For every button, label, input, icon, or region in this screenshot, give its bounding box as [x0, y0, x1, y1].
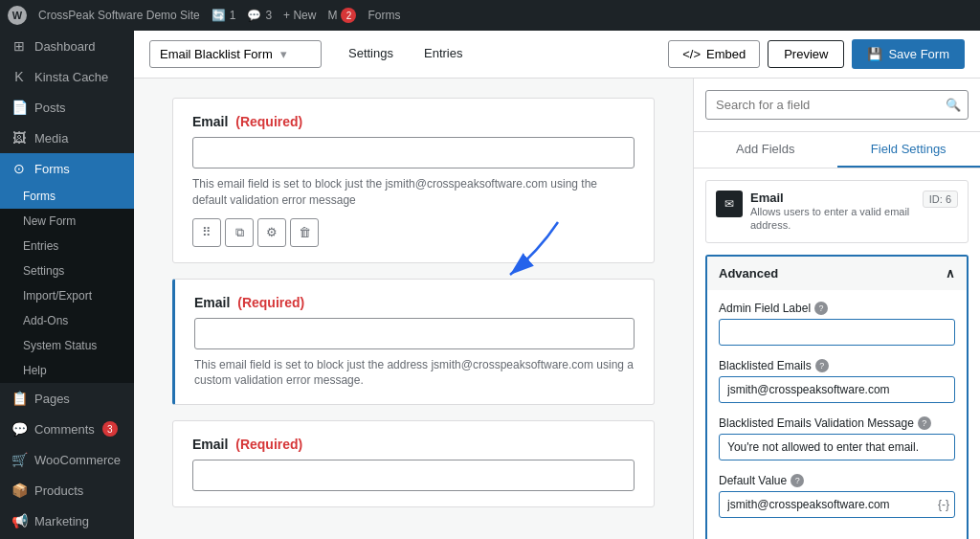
email-card-desc: Allows users to enter a valid email addr… [750, 205, 915, 233]
advanced-body: Admin Field Label ? Blacklisted Emails ? [707, 290, 967, 539]
validation-message-input[interactable] [719, 434, 955, 460]
field-input-3[interactable] [192, 460, 635, 491]
forms-bar-item[interactable]: Forms [368, 9, 400, 22]
sidebar-item-dashboard[interactable]: ⊞ Dashboard [0, 31, 134, 61]
form-name: Email Blacklist Form [160, 47, 273, 61]
setting-blacklisted-validation: Blacklisted Emails Validation Message ? [719, 416, 955, 460]
main-layout: ⊞ Dashboard K Kinsta Cache 📄 Posts 🖼 Med… [0, 31, 980, 539]
sidebar-item-label: WooCommerce [34, 453, 121, 467]
help-icon-default[interactable]: ? [791, 474, 804, 487]
submenu-item-system-status[interactable]: System Status [0, 333, 134, 358]
submenu-item-add-ons[interactable]: Add-Ons [0, 308, 134, 333]
email-card-info: Email Allows users to enter a valid emai… [750, 191, 915, 233]
comments-item[interactable]: 💬 3 [247, 9, 272, 22]
advanced-title: Advanced [719, 266, 778, 281]
submenu-item-forms[interactable]: Forms [0, 184, 134, 209]
sidebar-item-comments[interactable]: 💬 Comments 3 [0, 414, 134, 444]
help-icon-admin[interactable]: ? [814, 302, 828, 315]
field-input-2[interactable] [194, 318, 635, 349]
forms-submenu: Forms New Form Entries Settings Import/E… [0, 184, 134, 383]
sidebar-item-posts[interactable]: 📄 Posts [0, 92, 134, 123]
duplicate-btn[interactable]: ⧉ [225, 218, 254, 247]
form-tabs: Settings Entries [333, 38, 478, 70]
tab-entries[interactable]: Entries [409, 38, 478, 70]
form-canvas: Email (Required) This email field is set… [134, 79, 693, 539]
sidebar-item-forms[interactable]: ⊙ Forms [0, 153, 134, 184]
required-indicator-2: (Required) [237, 295, 304, 310]
delete-btn[interactable]: 🗑 [290, 218, 319, 247]
submenu-label: Forms [23, 190, 56, 203]
blacklisted-emails-input[interactable] [719, 376, 955, 403]
setting-admin-field-label: Admin Field Label ? [719, 302, 955, 346]
panel-content: ✉ Email Allows users to enter a valid em… [694, 168, 980, 539]
submenu-label: New Form [23, 214, 76, 228]
submenu-label: Entries [23, 239, 58, 253]
search-input[interactable] [705, 90, 969, 120]
help-icon-validation[interactable]: ? [918, 416, 931, 430]
new-item[interactable]: + New [283, 9, 316, 22]
advanced-header[interactable]: Advanced ∧ [707, 257, 967, 290]
email-field-icon: ✉ [716, 191, 743, 217]
dashboard-icon: ⊞ [11, 38, 27, 54]
tab-settings[interactable]: Settings [333, 38, 409, 70]
embed-button[interactable]: </> Embed [668, 40, 760, 68]
save-button[interactable]: 💾 Save Form [852, 39, 965, 69]
setting-default-value: Default Value ? {-} [719, 474, 955, 518]
sidebar-item-kinsta[interactable]: K Kinsta Cache [0, 61, 134, 92]
required-indicator-1: (Required) [235, 114, 302, 129]
token-button[interactable]: {-} [938, 498, 949, 511]
settings-btn[interactable]: ⚙ [257, 218, 286, 247]
form-selector-arrow-icon: ▾ [280, 47, 287, 61]
comments-icon: 💬 [11, 421, 27, 437]
updates-item[interactable]: 🔄 1 [212, 9, 236, 22]
move-handle-btn[interactable]: ⠿ [192, 218, 221, 247]
admin-field-label-input[interactable] [719, 319, 955, 346]
setting-label-blacklisted: Blacklisted Emails ? [719, 359, 955, 372]
search-icon[interactable]: 🔍 [946, 98, 961, 112]
tab-add-fields[interactable]: Add Fields [694, 132, 837, 168]
sidebar-item-label: Products [34, 483, 83, 498]
site-name: CrossPeak Software Demo Site [38, 9, 200, 22]
submenu-item-help[interactable]: Help [0, 358, 134, 383]
posts-icon: 📄 [11, 100, 27, 115]
content-area: Email Blacklist Form ▾ Settings Entries … [134, 31, 980, 539]
submenu-label: Import/Export [23, 289, 92, 303]
kinsta-icon: K [11, 69, 27, 84]
setting-label-validation: Blacklisted Emails Validation Message ? [719, 416, 955, 430]
default-value-input[interactable] [719, 491, 955, 518]
submenu-label: Add-Ons [23, 314, 68, 327]
sidebar-item-label: Forms [34, 162, 70, 176]
field-description-2: This email field is set to block just th… [194, 357, 635, 390]
embed-icon: </> [682, 47, 701, 61]
sidebar-item-media[interactable]: 🖼 Media [0, 123, 134, 153]
marketing-icon: 📢 [11, 513, 27, 528]
help-icon-blacklisted[interactable]: ? [815, 359, 829, 372]
submenu-label: Help [23, 364, 47, 377]
sidebar-item-woocommerce[interactable]: 🛒 WooCommerce [0, 444, 134, 475]
wpmf-badge: 2 [341, 8, 356, 23]
sidebar-item-pages[interactable]: 📋 Pages [0, 383, 134, 414]
right-panel: 🔍 Add Fields Field Settings ✉ Email Allo… [693, 79, 980, 539]
pages-icon: 📋 [11, 391, 27, 406]
sidebar-item-label: Posts [34, 101, 66, 115]
sidebar-item-marketing[interactable]: 📢 Marketing [0, 505, 134, 536]
advanced-section: Advanced ∧ Admin Field Label ? [705, 255, 969, 539]
submenu-item-new-form[interactable]: New Form [0, 209, 134, 234]
submenu-item-entries[interactable]: Entries [0, 234, 134, 258]
submenu-item-settings[interactable]: Settings [0, 258, 134, 283]
wpmf-item[interactable]: M 2 [327, 8, 356, 23]
preview-button[interactable]: Preview [768, 40, 844, 68]
site-name-item[interactable]: CrossPeak Software Demo Site [38, 9, 200, 22]
field-input-1[interactable] [192, 137, 635, 168]
tab-field-settings[interactable]: Field Settings [837, 132, 981, 168]
sidebar-item-products[interactable]: 📦 Products [0, 475, 134, 505]
panel-search: 🔍 [694, 79, 980, 132]
default-value-wrapper: {-} [719, 491, 955, 518]
form-field-block-3: Email (Required) [172, 420, 655, 507]
form-selector[interactable]: Email Blacklist Form ▾ [149, 40, 322, 68]
sidebar-item-label: Comments [34, 422, 95, 437]
wp-logo-item[interactable]: W [8, 6, 27, 25]
field-label-1: Email (Required) [192, 114, 635, 129]
submenu-item-import-export[interactable]: Import/Export [0, 283, 134, 308]
email-card-id: ID: 6 [923, 191, 958, 208]
